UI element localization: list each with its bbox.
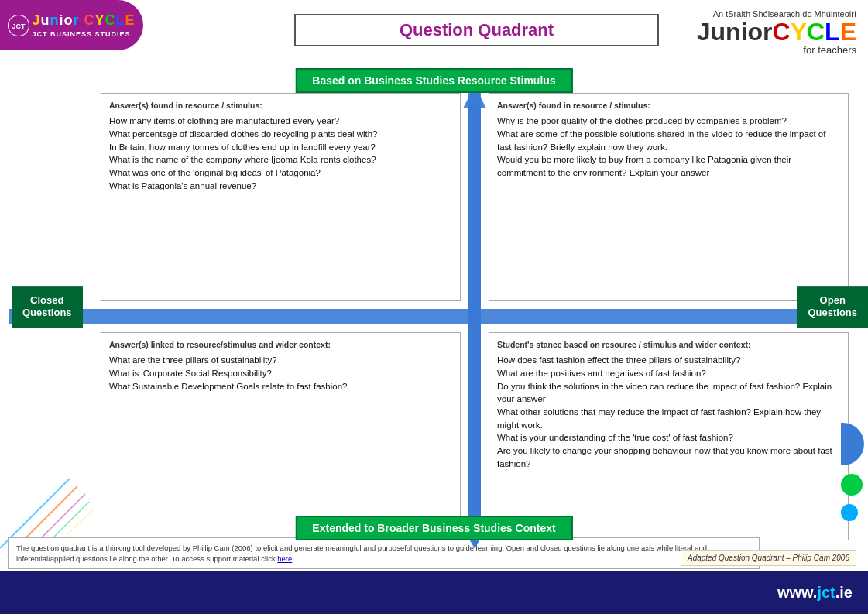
open-questions-label: Open Questions xyxy=(797,286,868,328)
q2-content: Why is the poor quality of the clothes p… xyxy=(497,115,840,179)
q4-label: Student's stance based on resource / sti… xyxy=(497,339,840,351)
svg-text:JCT: JCT xyxy=(12,22,26,30)
deco-circles xyxy=(841,423,864,525)
q3-label: Answer(s) linked to resource/stimulus an… xyxy=(109,339,452,351)
logo-sub: JCT BUSINESS STUDIES xyxy=(32,30,135,38)
here-link[interactable]: here xyxy=(277,554,292,563)
logo-area: JCT Junior CYCLE JCT BUSINESS STUDIES xyxy=(0,0,163,62)
footer-bar: www.jct.ie xyxy=(0,571,868,614)
extended-label: Extended to Broader Business Studies Con… xyxy=(295,516,572,540)
adapted-text: Adapted Question Quadrant – Philip Cam 2… xyxy=(688,554,849,562)
info-box: The question quadrant is a thinking tool… xyxy=(8,537,760,569)
q2-label: Answer(s) found in resource / stimulus: xyxy=(497,100,840,111)
quadrant-3: Answer(s) linked to resource/stimulus an… xyxy=(101,332,461,540)
adapted-label: Adapted Question Quadrant – Philip Cam 2… xyxy=(681,550,856,566)
page-title: Question Quadrant xyxy=(319,20,634,40)
q4-content: How does fast fashion effect the three p… xyxy=(497,354,840,470)
jc-logo: An tSraith Shóisearach do Mhúinteoirí Ju… xyxy=(697,9,856,57)
footer-url: www.jct.ie xyxy=(777,584,853,602)
quadrant-4: Student's stance based on resource / sti… xyxy=(489,332,849,540)
quadrant-area: Answer(s) found in resource / stimulus: … xyxy=(93,85,856,548)
stimulus-label: Based on Business Studies Resource Stimu… xyxy=(295,68,572,93)
q3-content: What are the three pillars of sustainabi… xyxy=(109,354,452,393)
horizontal-arrow xyxy=(9,297,868,337)
vertical-arrow xyxy=(463,85,486,548)
quadrant-2: Answer(s) found in resource / stimulus: … xyxy=(489,93,849,301)
svg-marker-2 xyxy=(9,301,868,332)
title-box: Question Quadrant xyxy=(294,14,659,46)
quadrant-1: Answer(s) found in resource / stimulus: … xyxy=(101,93,461,301)
q1-content: How many items of clothing are manufactu… xyxy=(109,115,452,192)
jc-for-teachers: for teachers xyxy=(697,44,856,57)
svg-marker-5 xyxy=(463,105,486,548)
info-text: The question quadrant is a thinking tool… xyxy=(16,544,707,562)
jct-logo-bg: JCT Junior CYCLE JCT BUSINESS STUDIES xyxy=(0,0,143,50)
q1-label: Answer(s) found in resource / stimulus: xyxy=(109,100,452,111)
closed-questions-label: Closed Questions xyxy=(12,286,83,328)
